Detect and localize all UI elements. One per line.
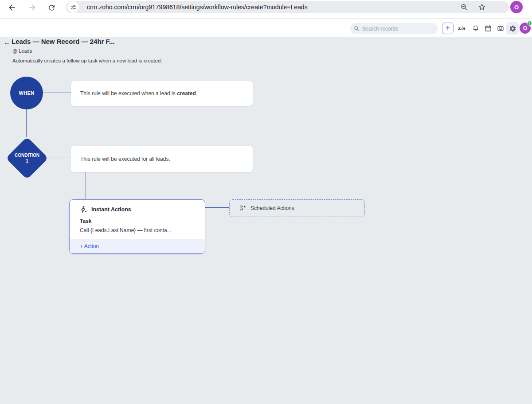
connector-instant-to-scheduled — [205, 207, 229, 208]
lightning-plus-icon — [79, 206, 87, 214]
crm-header: + ʑia O ! — [0, 19, 532, 37]
instant-action-item[interactable]: Call {Leads.Last Name} — first conta... — [80, 227, 172, 233]
scheduled-actions-box[interactable]: Scheduled Actions — [229, 199, 365, 217]
browser-back-button[interactable] — [7, 3, 17, 12]
global-search[interactable] — [350, 23, 438, 34]
avatar-initial: O — [523, 25, 527, 31]
module-label: @ Leads — [12, 48, 32, 54]
rule-description: Automatically creates a follow up task w… — [12, 58, 162, 63]
bookmark-star-icon[interactable] — [478, 3, 486, 11]
notification-badge: ! — [527, 21, 532, 26]
gear-icon — [509, 25, 516, 32]
connector-when-to-rule — [43, 93, 71, 93]
condition-rule-text: This rule will be executed for all leads… — [80, 156, 170, 162]
condition-node[interactable]: CONDITION 1 — [6, 137, 48, 179]
crm-profile-avatar[interactable]: O ! — [520, 23, 531, 34]
instant-action-type: Task — [80, 218, 91, 224]
svg-text:ʑia: ʑia — [458, 26, 466, 31]
page-back-arrow[interactable]: ← — [4, 39, 10, 46]
connector-rule-to-instant — [86, 172, 86, 199]
condition-label: CONDITION 1 — [6, 137, 48, 179]
reload-icon — [47, 4, 56, 12]
search-icon — [354, 26, 360, 31]
zoom-out-icon[interactable] — [460, 3, 468, 11]
when-label: WHEN — [19, 90, 35, 96]
add-action-button[interactable]: + Action — [80, 243, 99, 249]
notifications-bell-icon[interactable] — [471, 23, 481, 33]
condition-rule-box[interactable]: This rule will be executed for all leads… — [71, 146, 253, 172]
zia-icon[interactable]: ʑia — [458, 23, 467, 33]
page-title: Leads — New Record — 24hr F... — [12, 38, 115, 45]
instant-actions-title: Instant Actions — [91, 206, 131, 213]
browser-reload-button[interactable] — [47, 3, 56, 12]
connector-condition-to-rule — [48, 158, 71, 158]
browser-forward-button[interactable] — [27, 3, 37, 12]
connector-when-to-condition — [26, 109, 27, 137]
browser-profile-avatar[interactable]: O — [510, 1, 523, 13]
add-action-footer[interactable]: + Action — [70, 239, 205, 253]
back-arrow-icon — [8, 3, 16, 12]
instant-actions-box[interactable]: Instant Actions Task Call {Leads.Last Na… — [69, 199, 205, 254]
when-node[interactable]: WHEN — [10, 77, 43, 109]
site-info-button[interactable] — [67, 1, 79, 13]
quick-create-button[interactable]: + — [442, 23, 454, 34]
calendar-icon[interactable] — [483, 23, 493, 33]
search-input[interactable] — [362, 26, 429, 32]
instant-actions-header: Instant Actions — [79, 206, 131, 214]
workflow-canvas: ← Leads — New Record — 24hr F... @ Leads… — [0, 37, 532, 404]
tune-icon — [70, 4, 77, 11]
when-rule-text: This rule will be executed when a lead i… — [80, 90, 197, 97]
forward-arrow-icon — [28, 3, 37, 12]
url-text[interactable]: crm.zoho.com/crm/org917998618/settings/w… — [87, 1, 308, 13]
when-rule-box[interactable]: This rule will be executed when a lead i… — [71, 81, 253, 106]
bot-assistant-icon[interactable] — [496, 23, 505, 33]
scheduled-actions-title: Scheduled Actions — [250, 205, 294, 211]
settings-gear-button[interactable] — [506, 22, 519, 35]
address-bar[interactable]: crm.zoho.com/crm/org917998618/settings/w… — [66, 1, 509, 13]
hourglass-plus-icon — [239, 205, 246, 212]
browser-toolbar: crm.zoho.com/crm/org917998618/settings/w… — [0, 0, 532, 19]
